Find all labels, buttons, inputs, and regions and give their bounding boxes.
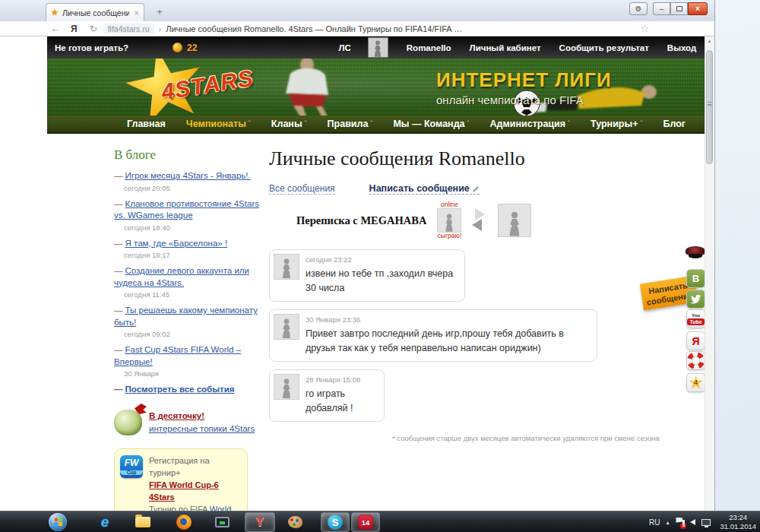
menu-item-tournaments[interactable]: Турниры+ˇ: [591, 119, 642, 129]
tab-close-icon[interactable]: ×: [135, 8, 139, 17]
banner-subtitle: онлайн чемпионата по FIFA: [436, 93, 612, 106]
blog-post-link[interactable]: Создание левого аккаунта или чудеса на 4…: [114, 266, 249, 287]
blog-post-link[interactable]: Клановое противостояние 4Stars vs. WGame…: [114, 199, 259, 220]
browser-window: ★ Личные сообщения × + ⚙ – × ← Я ↻ fifa4…: [0, 0, 715, 511]
tray-date: 31.01.2014: [720, 522, 756, 530]
taskbar-computer[interactable]: [213, 513, 231, 531]
main-menu: Главная Чемпионатыˇ Кланыˇ Правилаˇ Мы —…: [47, 116, 705, 134]
banner-title: ИНТЕРНЕТ ЛИГИ: [436, 68, 612, 92]
back-icon[interactable]: ←: [50, 23, 60, 34]
view-all-events: —Посмотреть все события: [114, 384, 268, 396]
menu-item-team[interactable]: Мы — Командаˇ: [393, 119, 469, 129]
menu-item-administration[interactable]: Администрацияˇ: [490, 119, 570, 129]
site-top-bar: Не готов играть? 22 ЛС Romanello Личный …: [47, 36, 705, 59]
twitter-icon[interactable]: [686, 290, 705, 309]
address-bar[interactable]: ← Я ↻ fifa4stars.ru › Личные сообщения R…: [0, 21, 714, 36]
top10-topics-link[interactable]: интересные топики 4Stars: [149, 424, 255, 433]
chevron-down-icon: ˇ: [467, 119, 470, 127]
tab-title: Личные сообщения: [62, 8, 129, 17]
report-result-link[interactable]: Сообщить результат: [559, 43, 649, 52]
bookmark-star-icon[interactable]: ☆: [640, 23, 649, 34]
blog-post-time: сегодня 09:02: [124, 330, 268, 338]
coin-count: 22: [187, 43, 197, 53]
maximize-button[interactable]: [670, 2, 688, 15]
close-button[interactable]: ×: [688, 2, 708, 15]
message-time: 28 Января 15:08: [306, 375, 376, 384]
coin-icon: [173, 43, 182, 52]
blog-post-time: 30 Января: [124, 369, 268, 378]
user-avatar[interactable]: [368, 37, 388, 58]
taskbar-yandex-browser-active[interactable]: Y: [245, 512, 275, 532]
lifebuoy-icon[interactable]: [686, 351, 705, 370]
maximize-icon: [676, 6, 682, 11]
menu-item-championships[interactable]: Чемпионатыˇ: [186, 119, 251, 129]
message-avatar[interactable]: [274, 374, 299, 400]
blog-post-link[interactable]: Ты решаешь какому чемпионату быть!: [114, 306, 258, 327]
top10-link[interactable]: В десяточку!: [149, 411, 204, 420]
menu-item-blog[interactable]: Блог: [663, 119, 686, 129]
menu-item-clans[interactable]: Кланыˇ: [271, 119, 307, 129]
blog-post-link[interactable]: Я там, где «Барселона» !: [125, 239, 228, 248]
not-ready-link[interactable]: Не готов играть?: [55, 43, 128, 52]
taskbar-internet-explorer[interactable]: e: [96, 513, 114, 531]
start-button[interactable]: [49, 513, 67, 531]
pencil-icon: [472, 185, 480, 193]
reload-icon[interactable]: ↻: [90, 24, 97, 34]
yandex-button[interactable]: Я: [71, 24, 78, 34]
message-bubble: 30 Января 23:36 Привет завтро последний …: [269, 309, 597, 362]
youtube-icon[interactable]: YouTube: [686, 309, 705, 328]
all-messages-link[interactable]: Все сообщения: [269, 183, 335, 195]
taskbar-firefox[interactable]: [175, 513, 193, 531]
browser-tab[interactable]: ★ Личные сообщения ×: [46, 3, 144, 21]
conversation-header: Переписка с MEGAHABA online сыграю!: [269, 201, 695, 240]
yandex-icon[interactable]: Я: [686, 331, 705, 350]
partner-avatar[interactable]: [437, 208, 461, 233]
taskbar-skype[interactable]: S: [321, 512, 350, 532]
page-scrollbar[interactable]: ▲: [705, 36, 714, 511]
blog-post: —Создание левого аккаунта или чудеса на …: [114, 265, 268, 289]
username-link[interactable]: Romanello: [407, 43, 451, 52]
url-domain[interactable]: fifa4stars.ru: [103, 24, 154, 34]
message-avatar[interactable]: [274, 254, 299, 280]
tray-clock[interactable]: 23:24 31.01.2014: [720, 513, 756, 531]
blog-post-link[interactable]: Игрок месяца 4Stars - Январь!.: [125, 171, 251, 180]
scroll-up-icon[interactable]: ▲: [705, 36, 714, 46]
volume-icon[interactable]: [690, 519, 695, 525]
player-silhouette-icon: [277, 376, 296, 399]
striker-photo: [237, 59, 374, 116]
online-status: online: [441, 201, 458, 208]
blog-sidebar: В блоге —Игрок месяца 4Stars - Январь!. …: [114, 134, 268, 511]
minimize-button[interactable]: –: [653, 2, 670, 15]
hidden-icons-arrow[interactable]: ▴: [666, 519, 669, 526]
chevron-down-icon: ˇ: [568, 119, 570, 127]
vk-icon[interactable]: B: [686, 269, 705, 288]
star4-icon[interactable]: 4: [686, 373, 705, 392]
write-message-link[interactable]: Написать сообщение: [369, 183, 480, 195]
site-banner: 4STARS ИНТЕРНЕТ ЛИГИ онлайн чемпионата п…: [47, 59, 705, 116]
pm-link[interactable]: ЛС: [338, 43, 350, 52]
admin-cap-icon[interactable]: [685, 246, 705, 261]
logout-link[interactable]: Выход: [667, 43, 696, 52]
messages-footnote: * сообщения старше двух месяцев автомати…: [392, 434, 695, 442]
language-indicator[interactable]: RU: [649, 518, 660, 527]
message-avatar[interactable]: [274, 314, 299, 340]
taskbar-paint[interactable]: [286, 513, 304, 531]
twitter-bird-icon: [690, 294, 701, 304]
menu-item-rules[interactable]: Правилаˇ: [328, 119, 373, 129]
new-tab-button[interactable]: +: [150, 6, 169, 18]
chevron-down-icon: ˇ: [305, 119, 307, 127]
taskbar-explorer[interactable]: [134, 513, 152, 531]
taskbar-fifa14[interactable]: 14: [351, 512, 380, 532]
cabinet-link[interactable]: Личный кабинет: [470, 43, 541, 52]
own-avatar[interactable]: [498, 204, 531, 237]
scrollbar-thumb[interactable]: [706, 50, 713, 164]
apple-dart-icon: [114, 410, 142, 435]
fifa-world-cup-link[interactable]: FIFA World Cup-6 4Stars: [149, 480, 219, 502]
blog-post: —Игрок месяца 4Stars - Январь!.: [114, 170, 268, 182]
browser-menu-gear-icon[interactable]: ⚙: [629, 2, 648, 15]
message-bubble: сегодня 23:22 извени но тебе тп ,заходил…: [269, 249, 465, 302]
network-icon[interactable]: [701, 519, 711, 526]
blog-post-link[interactable]: Fast Cup 4Stars FIFA World – Впервые!: [114, 345, 241, 366]
menu-item-home[interactable]: Главная: [127, 119, 166, 129]
view-all-events-link[interactable]: Посмотреть все события: [125, 385, 235, 394]
